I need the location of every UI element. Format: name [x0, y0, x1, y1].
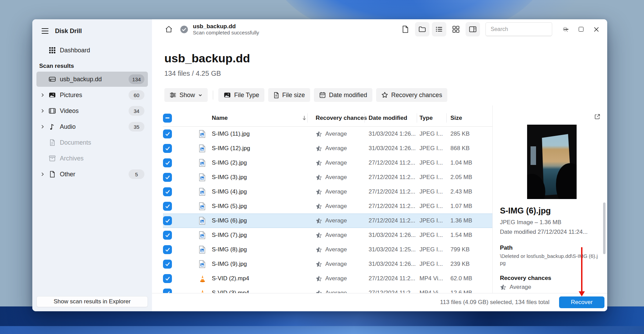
file-type: JPEG I... [419, 232, 443, 239]
preview-panel-toggle-button[interactable] [466, 22, 480, 36]
sidebar-item-documents[interactable]: Documents [36, 135, 148, 150]
file-view-button[interactable] [398, 22, 413, 36]
chevron-right-icon [41, 93, 46, 97]
half-star-icon [316, 174, 322, 181]
image-file-icon [199, 173, 206, 181]
table-row[interactable]: S-IMG (5).jpgAverage27/12/2024 11:2...JP… [163, 199, 492, 213]
half-star-icon [316, 189, 322, 195]
column-header-name[interactable]: Name [212, 115, 228, 122]
open-external-icon[interactable] [592, 112, 602, 122]
date-modified: 27/12/2024 11:2... [369, 275, 415, 282]
column-header-recovery[interactable]: Recovery chances [316, 115, 367, 122]
table-row[interactable]: S-IMG (2).jpgAverage27/12/2024 11:2...JP… [163, 156, 492, 170]
file-type: JPEG I... [419, 261, 443, 268]
search-input[interactable] [490, 26, 563, 33]
row-checkbox[interactable] [163, 144, 172, 153]
preview-path: \Deleted or lost\usb_backup.dd\S-IMG (6)… [500, 253, 598, 267]
sidebar-item-dashboard[interactable]: Dashboard [36, 43, 148, 58]
column-header-type[interactable]: Type [419, 115, 433, 122]
selection-summary: 113 files (4.09 GB) selected, 134 files … [440, 299, 549, 306]
file-name: S-IMG (9).jpg [212, 261, 247, 268]
calendar-icon [319, 92, 326, 98]
video-file-icon [199, 274, 206, 283]
filter-chip-label: Date modified [329, 92, 367, 99]
sidebar-item-archives[interactable]: Archives [36, 151, 148, 166]
table-row[interactable]: S-VID (2).mp4Average27/12/2024 11:2...MP… [163, 271, 492, 286]
table-row[interactable]: S-VID (3).mp4Average27/12/2024 11:2...MP… [163, 286, 492, 293]
sidebar-item-pictures[interactable]: Pictures60 [36, 87, 148, 103]
column-header-size[interactable]: Size [450, 115, 462, 122]
row-checkbox[interactable] [163, 202, 172, 211]
column-separator [364, 113, 365, 123]
panel-scrollbar[interactable] [603, 202, 605, 254]
table-row[interactable]: S-IMG (9).jpgAverage31/03/2024 1:26...JP… [163, 257, 492, 271]
table-row[interactable]: S-IMG (6).jpgAverage27/12/2024 11:2...JP… [163, 213, 492, 228]
scan-status: Scan completed successfully [193, 30, 259, 35]
date-modified: 31/03/2024 1:26... [369, 232, 416, 239]
date-modified: 31/03/2024 1:26... [369, 145, 416, 152]
image-file-icon [199, 130, 206, 138]
minimize-button[interactable] [558, 22, 574, 36]
date-modified: 31/03/2024 1:26... [369, 131, 416, 137]
image-file-icon [199, 260, 206, 268]
recovery-chance-cell: Average [316, 275, 347, 282]
topbar-actions [396, 22, 607, 36]
recovery-chance-value: Average [325, 261, 347, 268]
dashboard-icon [48, 47, 56, 54]
date-modified: 31/03/2024 1:25... [369, 246, 416, 253]
file-icon [273, 92, 279, 98]
table-row[interactable]: S-IMG (4).jpgAverage27/12/2024 11:2...JP… [163, 185, 492, 199]
grid-view-button[interactable] [449, 22, 463, 36]
table-row[interactable]: S-IMG (3).jpgAverage27/12/2024 11:2...JP… [163, 170, 492, 185]
filter-chip-file-type[interactable]: File Type [218, 88, 264, 102]
filter-chip-label: File size [282, 92, 305, 99]
row-checkbox[interactable] [163, 231, 172, 240]
recovery-chance-cell: Average [316, 261, 347, 268]
table-row[interactable]: S-IMG (7).jpgAverage31/03/2024 1:26...JP… [163, 228, 492, 242]
filter-chip-date-modified[interactable]: Date modified [314, 88, 372, 102]
row-checkbox[interactable] [163, 245, 172, 254]
row-checkbox[interactable] [163, 187, 172, 196]
item-count-badge: 134 [129, 74, 144, 84]
show-in-explorer-button[interactable]: Show scan results in Explorer [36, 296, 148, 307]
file-type: JPEG I... [419, 159, 443, 166]
hamburger-menu-button[interactable] [39, 25, 52, 37]
column-separator [417, 113, 417, 123]
recover-button[interactable]: Recover [559, 296, 604, 308]
maximize-button[interactable] [574, 22, 589, 36]
folder-view-button[interactable] [415, 22, 429, 36]
row-checkbox[interactable] [163, 158, 172, 167]
recovery-chance-value: Average [325, 131, 347, 137]
recovery-chance-value: Average [325, 174, 347, 181]
sidebar-item-other[interactable]: Other5 [36, 167, 148, 182]
show-filter-button[interactable]: Show [164, 88, 208, 102]
scan-complete-check-icon [179, 25, 189, 34]
list-view-button[interactable] [432, 22, 446, 36]
sidebar-item-videos[interactable]: Videos34 [36, 103, 148, 118]
sort-descending-icon[interactable] [302, 115, 307, 121]
filter-chip-label: Recovery chances [391, 92, 442, 99]
sidebar-item-usb-backup-dd[interactable]: usb_backup.dd134 [36, 72, 148, 87]
filter-chip-recovery-chances[interactable]: Recovery chances [376, 88, 447, 102]
row-checkbox[interactable] [163, 289, 172, 293]
filter-divider [213, 91, 213, 100]
row-checkbox[interactable] [163, 260, 172, 269]
table-row[interactable]: S-IMG (11).jpgAverage31/03/2024 1:26...J… [163, 127, 492, 141]
column-header-date[interactable]: Date modified [369, 115, 407, 122]
row-checkbox[interactable] [163, 216, 172, 225]
table-row[interactable]: S-IMG (12).jpgAverage31/03/2024 1:26...J… [163, 141, 492, 156]
picture-icon [48, 92, 56, 98]
close-button[interactable] [589, 22, 604, 36]
row-checkbox[interactable] [163, 173, 172, 182]
select-all-checkbox[interactable] [163, 114, 172, 123]
row-checkbox[interactable] [163, 129, 172, 138]
row-checkbox[interactable] [163, 274, 172, 283]
item-count-badge: 34 [129, 106, 144, 116]
sidebar-item-audio[interactable]: Audio35 [36, 119, 148, 134]
home-button[interactable] [162, 23, 175, 36]
filter-chip-file-size[interactable]: File size [268, 88, 310, 102]
table-row[interactable]: S-IMG (8).jpgAverage31/03/2024 1:25...JP… [163, 242, 492, 257]
file-size: 799 KB [450, 246, 470, 253]
half-star-icon [316, 145, 322, 152]
half-star-icon [316, 131, 322, 137]
